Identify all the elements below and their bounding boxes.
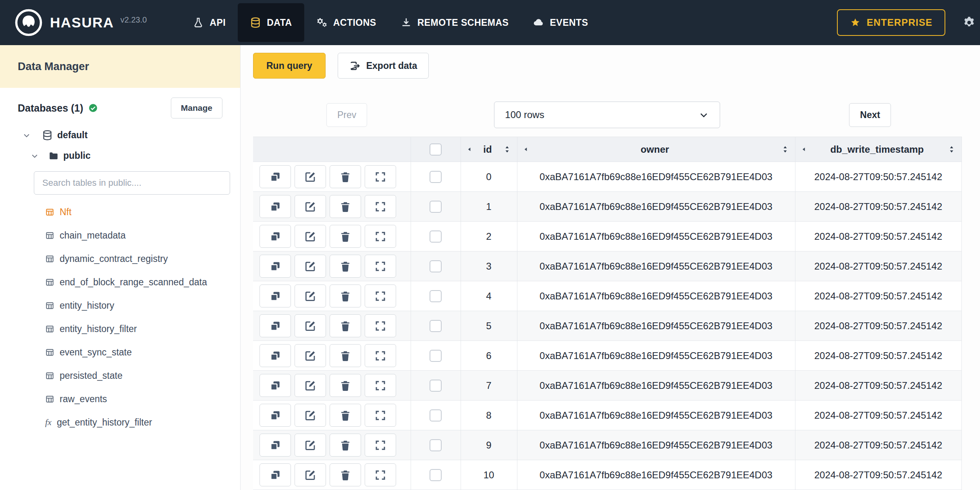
edit-row-button[interactable]	[295, 165, 326, 188]
sort-icon[interactable]	[947, 145, 956, 154]
nav-item-events[interactable]: EVENTS	[521, 3, 600, 42]
row-checkbox[interactable]	[430, 350, 442, 362]
edit-row-button[interactable]	[295, 314, 326, 337]
edit-row-button[interactable]	[295, 284, 326, 307]
sidebar-table-item[interactable]: dynamic_contract_registry	[0, 247, 240, 270]
edit-row-button[interactable]	[295, 225, 326, 248]
expand-row-button[interactable]	[365, 404, 396, 427]
column-header-id[interactable]: id	[461, 137, 517, 162]
row-checkbox[interactable]	[430, 469, 442, 481]
export-data-button[interactable]: Export data	[338, 53, 429, 79]
expand-row-button[interactable]	[365, 344, 396, 367]
row-checkbox[interactable]	[430, 201, 442, 213]
manage-button[interactable]: Manage	[171, 98, 222, 118]
edit-row-button[interactable]	[295, 463, 326, 486]
expand-row-button[interactable]	[365, 374, 396, 397]
expand-row-button[interactable]	[365, 165, 396, 188]
row-checkbox[interactable]	[430, 380, 442, 392]
clone-row-button[interactable]	[260, 344, 291, 367]
nav-item-data[interactable]: DATA	[238, 3, 304, 42]
chevron-down-icon[interactable]	[31, 152, 39, 160]
expand-row-button[interactable]	[365, 255, 396, 278]
prev-page-button[interactable]: Prev	[326, 103, 367, 127]
expand-row-button[interactable]	[365, 284, 396, 307]
expand-row-button[interactable]	[365, 314, 396, 337]
clone-row-button[interactable]	[260, 284, 291, 307]
delete-row-button[interactable]	[330, 165, 361, 188]
delete-row-button[interactable]	[330, 284, 361, 307]
collapse-column-icon[interactable]	[801, 146, 807, 152]
expand-icon	[374, 380, 386, 392]
copy-icon	[269, 230, 281, 243]
edit-row-button[interactable]	[295, 344, 326, 367]
sidebar-table-item[interactable]: entity_history_filter	[0, 317, 240, 341]
chevron-down-icon[interactable]	[23, 131, 31, 139]
settings-gear-icon[interactable]	[962, 16, 976, 29]
sidebar-table-item[interactable]: Nft	[0, 200, 240, 224]
sidebar-table-item[interactable]: raw_events	[0, 387, 240, 411]
delete-row-button[interactable]	[330, 404, 361, 427]
delete-row-button[interactable]	[330, 225, 361, 248]
delete-row-button[interactable]	[330, 374, 361, 397]
sidebar-table-item[interactable]: end_of_block_range_scanned_data	[0, 270, 240, 294]
tree-node-schema[interactable]: public	[0, 150, 240, 161]
edit-row-button[interactable]	[295, 195, 326, 218]
delete-row-button[interactable]	[330, 434, 361, 457]
sidebar-function-item[interactable]: fxget_entity_history_filter	[0, 411, 240, 434]
nav-item-remote-schemas[interactable]: REMOTE SCHEMAS	[388, 3, 521, 42]
row-checkbox[interactable]	[430, 230, 442, 243]
row-checkbox[interactable]	[430, 320, 442, 332]
column-header-db-write-timestamp[interactable]: db_write_timestamp	[795, 137, 961, 162]
search-tables-input[interactable]	[34, 171, 230, 195]
nav-item-api[interactable]: API	[181, 3, 238, 42]
tree-node-database[interactable]: default	[0, 130, 240, 141]
column-header-owner[interactable]: owner	[517, 137, 795, 162]
row-checkbox[interactable]	[430, 171, 442, 183]
run-query-button[interactable]: Run query	[253, 53, 326, 79]
edit-row-button[interactable]	[295, 434, 326, 457]
database-icon	[250, 17, 261, 28]
collapse-column-icon[interactable]	[523, 146, 529, 152]
delete-row-button[interactable]	[330, 314, 361, 337]
database-cylinder-icon	[42, 130, 53, 141]
row-actions-cell	[253, 162, 411, 192]
clone-row-button[interactable]	[260, 463, 291, 486]
edit-row-button[interactable]	[295, 374, 326, 397]
expand-row-button[interactable]	[365, 463, 396, 486]
clone-row-button[interactable]	[260, 195, 291, 218]
select-all-checkbox[interactable]	[430, 143, 442, 156]
clone-row-button[interactable]	[260, 434, 291, 457]
delete-row-button[interactable]	[330, 255, 361, 278]
row-checkbox[interactable]	[430, 439, 442, 451]
clone-row-button[interactable]	[260, 225, 291, 248]
expand-row-button[interactable]	[365, 434, 396, 457]
clone-row-button[interactable]	[260, 255, 291, 278]
edit-row-button[interactable]	[295, 404, 326, 427]
edit-row-button[interactable]	[295, 255, 326, 278]
expand-row-button[interactable]	[365, 225, 396, 248]
clone-row-button[interactable]	[260, 374, 291, 397]
row-checkbox[interactable]	[430, 290, 442, 302]
sort-icon[interactable]	[781, 145, 789, 154]
sidebar-table-item[interactable]: entity_history	[0, 294, 240, 317]
sort-icon[interactable]	[503, 145, 511, 154]
expand-row-button[interactable]	[365, 195, 396, 218]
clone-row-button[interactable]	[260, 165, 291, 188]
data-table: id owner	[253, 137, 962, 490]
sidebar-table-item[interactable]: chain_metadata	[0, 224, 240, 247]
next-page-button[interactable]: Next	[849, 103, 891, 127]
clone-row-button[interactable]	[260, 314, 291, 337]
collapse-column-icon[interactable]	[467, 146, 473, 152]
enterprise-button[interactable]: ENTERPRISE	[837, 9, 945, 36]
row-checkbox[interactable]	[430, 409, 442, 421]
delete-row-button[interactable]	[330, 195, 361, 218]
delete-row-button[interactable]	[330, 463, 361, 486]
nav-item-actions[interactable]: ACTIONS	[304, 3, 388, 42]
delete-row-button[interactable]	[330, 344, 361, 367]
sidebar-table-item[interactable]: persisted_state	[0, 364, 240, 387]
rows-per-page-select[interactable]: 100 rows	[494, 102, 720, 128]
clone-row-button[interactable]	[260, 404, 291, 427]
sidebar-table-item[interactable]: event_sync_state	[0, 341, 240, 364]
table-icon	[45, 254, 54, 264]
row-checkbox[interactable]	[430, 260, 442, 272]
